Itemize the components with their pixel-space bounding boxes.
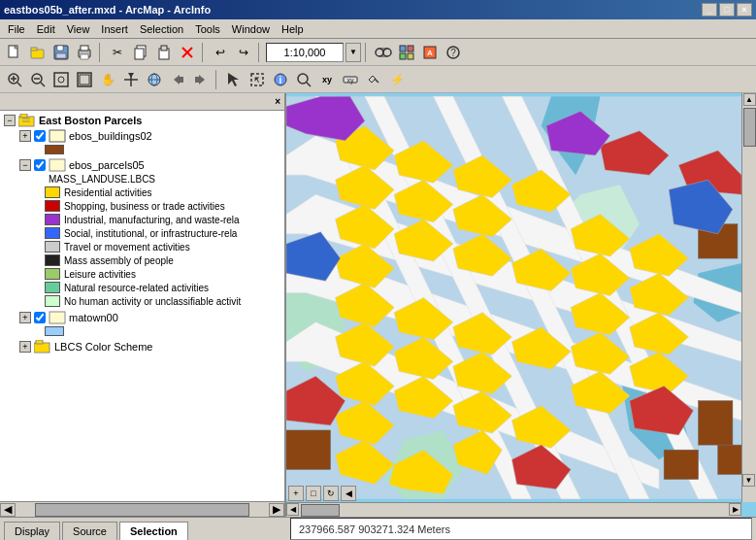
window-controls[interactable]: _ □ × bbox=[702, 3, 752, 17]
separator-5 bbox=[215, 70, 219, 89]
forward-extent-tool[interactable] bbox=[190, 69, 212, 90]
print-button[interactable] bbox=[74, 42, 95, 63]
close-button[interactable]: × bbox=[737, 3, 752, 17]
svg-line-33 bbox=[41, 83, 45, 86]
open-button[interactable] bbox=[27, 42, 49, 63]
scroll-down-button[interactable]: ▼ bbox=[742, 474, 755, 487]
goto-xy-tool[interactable]: xy bbox=[340, 69, 361, 90]
buildings-checkbox[interactable] bbox=[34, 130, 46, 142]
map-scrollbar-horizontal[interactable]: ◀ ▶ bbox=[286, 502, 741, 517]
no-human-swatch bbox=[45, 295, 60, 307]
menu-insert[interactable]: Insert bbox=[95, 21, 134, 37]
expand-matown[interactable]: + bbox=[19, 312, 31, 323]
arc-catalog-button[interactable]: A bbox=[419, 42, 441, 63]
identify-map-tool[interactable]: i bbox=[270, 69, 291, 90]
expand-parcels[interactable]: − bbox=[19, 159, 31, 171]
svg-rect-48 bbox=[195, 77, 199, 83]
redo-button[interactable]: ↪ bbox=[233, 42, 254, 63]
menu-window[interactable]: Window bbox=[226, 21, 276, 37]
scroll-right-button[interactable]: ▶ bbox=[729, 503, 741, 516]
layer-group-header[interactable]: − East Boston Parcels bbox=[2, 113, 282, 128]
toc-scroll-left[interactable]: ◀ bbox=[0, 503, 16, 517]
map-prev-btn[interactable]: ◀ bbox=[341, 486, 356, 501]
map-nav-controls: + □ ↻ ◀ bbox=[288, 486, 356, 501]
expand-buildings[interactable]: + bbox=[19, 130, 31, 142]
toc-scroll-right[interactable]: ▶ bbox=[269, 503, 284, 517]
buildings-swatch bbox=[45, 145, 64, 154]
zoom-out-tool[interactable] bbox=[27, 69, 49, 90]
svg-line-55 bbox=[307, 83, 311, 86]
data-button[interactable] bbox=[396, 42, 417, 63]
find-tool[interactable] bbox=[293, 69, 314, 90]
map-canvas[interactable] bbox=[286, 93, 741, 502]
parcels-checkbox[interactable] bbox=[34, 159, 46, 171]
graph-tool[interactable]: ⚡ bbox=[386, 69, 408, 90]
back-extent-tool[interactable] bbox=[167, 69, 188, 90]
separator-1 bbox=[99, 43, 103, 62]
scale-dropdown[interactable]: ▼ bbox=[345, 43, 361, 62]
toc-close-button[interactable]: × bbox=[275, 96, 280, 107]
layer-matown-row[interactable]: + matown00 bbox=[17, 310, 282, 325]
select-arrow-tool[interactable] bbox=[223, 69, 245, 90]
new-button[interactable] bbox=[4, 42, 25, 63]
scroll-up-button[interactable]: ▲ bbox=[743, 93, 756, 106]
menu-edit[interactable]: Edit bbox=[31, 21, 61, 37]
maximize-button[interactable]: □ bbox=[719, 3, 735, 17]
svg-rect-35 bbox=[54, 73, 68, 86]
toc-scrollbar[interactable]: ◀ ▶ bbox=[0, 501, 284, 517]
map-scrollbar-vertical[interactable]: ▲ ▼ bbox=[741, 93, 756, 502]
scroll-left-button[interactable]: ◀ bbox=[286, 503, 299, 516]
globe-tool[interactable] bbox=[144, 69, 165, 90]
menu-tools[interactable]: Tools bbox=[189, 21, 226, 37]
undo-button[interactable]: ↩ bbox=[210, 42, 231, 63]
layer-buildings-row[interactable]: + ebos_buildings02 bbox=[17, 128, 282, 144]
zoom-in-tool[interactable] bbox=[4, 69, 25, 90]
scroll-thumb-v[interactable] bbox=[743, 108, 756, 147]
menu-selection[interactable]: Selection bbox=[134, 21, 189, 37]
paste-button[interactable] bbox=[153, 42, 175, 63]
connect-button[interactable] bbox=[373, 42, 394, 63]
measure-map-tool[interactable]: xy bbox=[316, 69, 338, 90]
svg-point-36 bbox=[58, 77, 64, 83]
expand-east-boston[interactable]: − bbox=[4, 115, 16, 126]
pan-tool[interactable]: ✋ bbox=[97, 69, 118, 90]
tab-source[interactable]: Source bbox=[62, 522, 117, 541]
industrial-swatch bbox=[45, 214, 60, 225]
save-button[interactable] bbox=[50, 42, 72, 63]
svg-marker-49 bbox=[228, 73, 239, 86]
delete-button[interactable] bbox=[177, 42, 198, 63]
map-area[interactable]: + □ ↻ ◀ ▲ ▼ ◀ ▶ bbox=[286, 93, 756, 517]
select-features-tool[interactable] bbox=[247, 69, 268, 90]
toc-content: − East Boston Parcels + bbox=[0, 111, 284, 501]
menu-help[interactable]: Help bbox=[276, 21, 310, 37]
hyperlink-map-tool[interactable] bbox=[363, 69, 384, 90]
scroll-thumb-h[interactable] bbox=[301, 504, 340, 517]
map-page-btn[interactable]: □ bbox=[306, 486, 321, 501]
matown-checkbox[interactable] bbox=[34, 312, 46, 323]
map-zoom-in-btn[interactable]: + bbox=[288, 486, 304, 501]
help-button[interactable]: ? bbox=[443, 42, 464, 63]
shopping-swatch bbox=[45, 200, 60, 212]
toc-scroll-thumb[interactable] bbox=[35, 503, 249, 517]
zoom-full-extent-tool[interactable] bbox=[74, 69, 95, 90]
map-refresh-btn[interactable]: ↻ bbox=[323, 486, 339, 501]
tab-selection[interactable]: Selection bbox=[119, 522, 188, 541]
legend-residential: Residential activities bbox=[17, 186, 282, 199]
fixed-zoom-in-tool[interactable] bbox=[120, 69, 142, 90]
tab-display[interactable]: Display bbox=[4, 522, 60, 541]
copy-button[interactable] bbox=[130, 42, 151, 63]
toc-header: × bbox=[0, 93, 284, 111]
zoom-extent-tool[interactable] bbox=[50, 69, 72, 90]
svg-marker-45 bbox=[174, 75, 180, 84]
cut-button[interactable]: ✂ bbox=[107, 42, 128, 63]
expand-lbcs[interactable]: + bbox=[19, 341, 31, 353]
menu-view[interactable]: View bbox=[61, 21, 96, 37]
minimize-button[interactable]: _ bbox=[702, 3, 717, 17]
mass-swatch bbox=[45, 254, 60, 266]
scale-input[interactable] bbox=[266, 43, 344, 62]
menu-file[interactable]: File bbox=[2, 21, 31, 37]
matown-swatch bbox=[45, 326, 64, 336]
layer-parcels-row[interactable]: − ebos_parcels05 bbox=[17, 157, 282, 173]
svg-rect-13 bbox=[161, 46, 167, 51]
layer-lbcs-row[interactable]: + LBCS Color Scheme bbox=[17, 339, 282, 354]
